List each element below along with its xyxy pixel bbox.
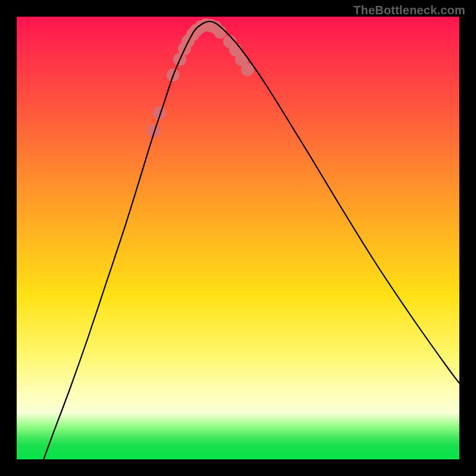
- chart-plot-area: [17, 17, 459, 459]
- curve-markers: [147, 18, 254, 137]
- watermark-text: TheBottleneck.com: [353, 4, 465, 17]
- chart-svg: [17, 17, 459, 459]
- bottleneck-curve: [39, 21, 459, 459]
- chart-frame: TheBottleneck.com: [0, 0, 476, 476]
- curve-marker-dot: [214, 26, 227, 39]
